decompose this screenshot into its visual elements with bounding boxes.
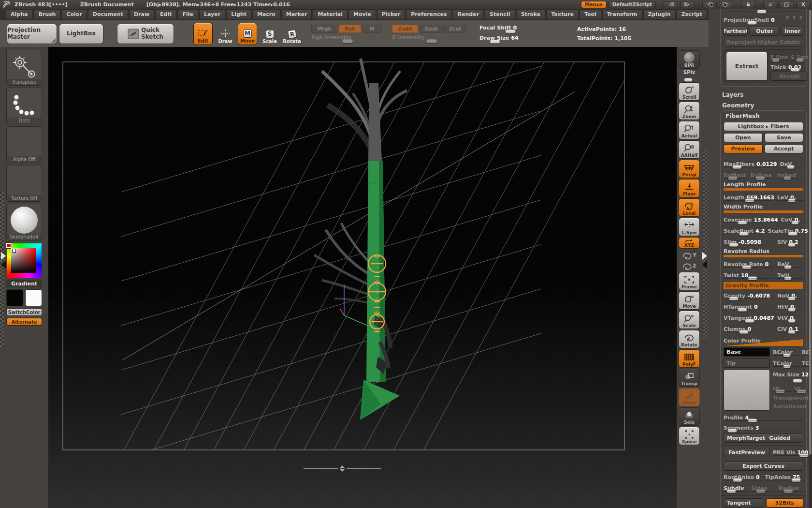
twv-slider[interactable]: TwV <box>777 270 803 280</box>
slider-knob[interactable] <box>684 78 693 82</box>
slider-knob[interactable] <box>732 165 742 169</box>
slider-knob[interactable] <box>791 478 801 482</box>
slider-knob[interactable] <box>745 198 754 202</box>
slider-knob[interactable] <box>788 297 796 300</box>
color-picker[interactable] <box>7 243 42 278</box>
scale-view-button[interactable]: Scale <box>679 311 700 329</box>
antialiased-toggle[interactable]: Antialiased <box>773 403 809 410</box>
outer-button[interactable]: Outer <box>750 27 780 36</box>
projection-shell-slider[interactable]: ProjectionShell0 <box>724 15 783 25</box>
vtv-slider[interactable]: VtV0. <box>777 313 803 323</box>
slider-knob[interactable] <box>796 58 804 62</box>
save-button[interactable]: Save <box>765 133 804 142</box>
focal-shift-slider[interactable]: Focal Shift 0 <box>479 25 557 33</box>
clv-slider[interactable]: ClV0.1 <box>777 324 803 334</box>
edit-mode-button[interactable]: Edit <box>193 23 213 45</box>
cascade-left-button[interactable] <box>702 1 717 8</box>
sv-selector[interactable] <box>12 249 16 253</box>
menu-item[interactable]: Alpha <box>6 9 32 20</box>
floor-grid-button[interactable]: Floor <box>679 179 700 197</box>
switch-color-button[interactable]: SwitchColor <box>6 308 42 316</box>
vt-slider[interactable]: Vt <box>794 383 809 393</box>
quick-sketch-button[interactable]: Quick Sketch <box>117 24 174 44</box>
open-button[interactable]: Open <box>724 133 763 142</box>
cov-slider[interactable]: CoV0. <box>781 214 807 224</box>
scale-mode-button[interactable]: S Scale <box>260 23 279 45</box>
length-slider[interactable]: Length669.1663 <box>724 192 774 202</box>
slider-knob[interactable] <box>775 389 785 393</box>
color-profile-header[interactable]: Color Profile <box>724 335 803 346</box>
menu-item[interactable]: Zscript <box>677 9 707 20</box>
slider-knob[interactable] <box>745 319 754 323</box>
document-canvas[interactable] <box>48 47 677 508</box>
length-profile-curve[interactable] <box>724 188 803 191</box>
slim-slider[interactable]: Slim-0.5098 <box>724 237 774 247</box>
maxfibers-slider[interactable]: MaxFibers0.0129 <box>724 159 777 169</box>
tipaniso-slider[interactable]: TipAniso75 <box>765 472 804 482</box>
mrgb-button[interactable]: Mrgb <box>311 25 337 33</box>
draw-mode-button[interactable]: Draw <box>216 23 235 45</box>
stroke-dots-button[interactable]: Dots <box>6 88 42 124</box>
frame-button[interactable]: Frame <box>679 272 700 290</box>
m-button[interactable]: M <box>362 25 382 33</box>
sides-slider[interactable]: Sides <box>751 483 776 493</box>
subdiv-slider[interactable]: Subdiv <box>724 483 748 493</box>
byarea-slider[interactable]: ByArea <box>751 170 775 180</box>
z-intensity-slider[interactable]: Z Intensity <box>392 34 465 43</box>
restore-button[interactable] <box>780 1 794 8</box>
htangent-slider[interactable]: HTangent0 <box>724 301 774 312</box>
slider-knob[interactable] <box>727 429 737 433</box>
fibermesh-section-header[interactable]: FiberMesh <box>724 112 803 121</box>
revolve-rate-slider[interactable]: Revolve Rate0 <box>724 259 774 269</box>
menu-item[interactable]: File <box>177 9 198 20</box>
default-zscript-button[interactable]: DefaultZScript <box>609 1 656 8</box>
slider-knob[interactable] <box>726 489 736 493</box>
rootaniso-slider[interactable]: RootAniso0 <box>724 472 762 482</box>
accept-button[interactable]: Accept <box>770 72 808 81</box>
alpha-selector-button[interactable]: Alpha Off <box>6 126 42 163</box>
tcolor-slider[interactable]: TColor <box>773 358 799 368</box>
rotate-xyz-button[interactable]: XYZ <box>679 237 700 249</box>
slider-knob[interactable] <box>505 30 516 33</box>
slider-knob[interactable] <box>747 21 757 25</box>
revolve-radius-curve[interactable] <box>724 255 803 257</box>
slider-knob[interactable] <box>784 265 792 269</box>
scaleroot-slider[interactable]: ScaleRoot4.2 <box>724 225 765 236</box>
slider-knob[interactable] <box>490 40 500 44</box>
slider-knob[interactable] <box>742 265 752 269</box>
slider-knob[interactable] <box>739 330 749 334</box>
aa-half-button[interactable]: AAHalf <box>679 140 700 159</box>
export-curves-button[interactable]: Export Curves <box>724 462 803 471</box>
slider-knob[interactable] <box>342 39 353 43</box>
slider-knob[interactable] <box>757 10 767 14</box>
width-profile-header[interactable]: Width Profile <box>724 204 803 210</box>
slider-knob[interactable] <box>738 221 747 224</box>
draw-size-slider[interactable]: Draw Size 64 <box>479 35 557 43</box>
minimize-button[interactable] <box>763 1 778 8</box>
slider-knob[interactable] <box>791 221 799 224</box>
move-view-button[interactable]: Move <box>679 291 700 310</box>
gravity-slider[interactable]: Gravity-0.6078 <box>724 290 774 300</box>
fiber-preview-box[interactable] <box>724 369 770 411</box>
slider-knob[interactable] <box>426 39 437 43</box>
tray-scroll-left-button[interactable] <box>664 1 678 8</box>
lightbox-fibers-button[interactable]: Lightbox ▸ Fibers <box>724 122 803 131</box>
slider-knob[interactable] <box>729 297 739 300</box>
menu-item[interactable]: Render <box>453 9 484 20</box>
right-tray-resize-strip[interactable] <box>703 149 708 339</box>
rotate-view-button[interactable]: Rotate <box>679 330 700 348</box>
solo-button[interactable]: Solo <box>679 407 700 426</box>
lightbox-button[interactable]: LightBox <box>59 24 103 44</box>
polyframe-button[interactable]: PolyF <box>679 349 700 368</box>
perspective-button[interactable]: Persp <box>679 160 700 178</box>
transparent-toggle[interactable]: Transparent <box>773 395 809 401</box>
xpose-button[interactable]: Xpose <box>679 427 700 445</box>
menu-item[interactable]: Macro <box>252 9 280 20</box>
tangent-button[interactable]: Tangent <box>724 498 764 508</box>
menu-item[interactable]: Draw <box>129 9 154 20</box>
geometry-section-header[interactable]: Geometry <box>720 100 807 110</box>
menu-item[interactable]: Texture <box>546 9 579 20</box>
base-color-swatch[interactable]: Base <box>724 347 770 357</box>
imbed-slider[interactable]: Imbed <box>777 170 803 180</box>
reproject-button[interactable]: Reproject Higher Subdiv <box>724 38 803 47</box>
